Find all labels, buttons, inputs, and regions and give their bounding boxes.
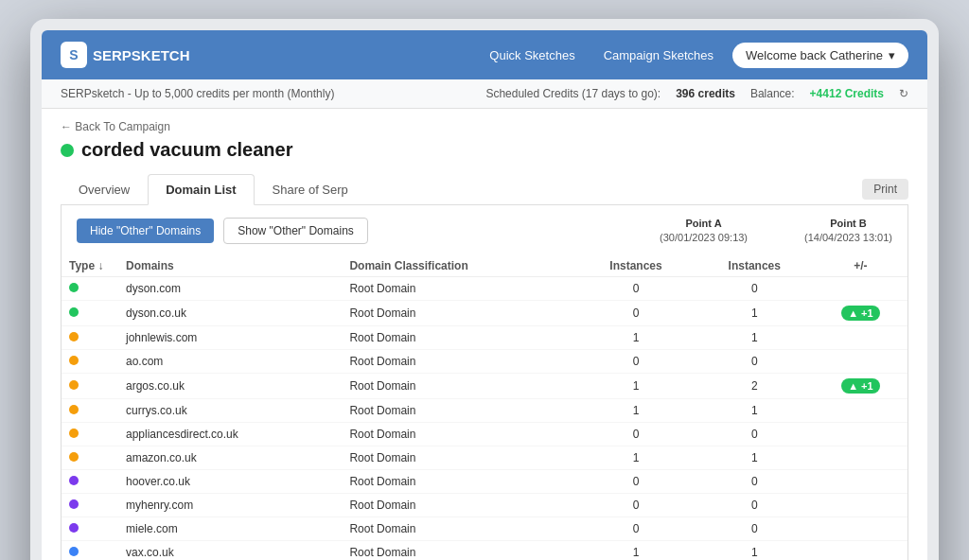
table-row: dyson.co.uk Root Domain 0 1 ▲ +1 [62, 300, 907, 325]
print-button[interactable]: Print [862, 179, 908, 200]
domain-color-dot [69, 356, 79, 365]
instances-a-cell: 0 [576, 276, 695, 300]
domain-name-cell: argos.co.uk [118, 373, 342, 398]
domain-classification-cell: Root Domain [342, 373, 576, 398]
instances-a-cell: 1 [576, 373, 695, 398]
change-cell [814, 516, 907, 540]
col-type: Type ↓ [62, 255, 118, 277]
domain-type-cell [62, 276, 118, 300]
domain-type-cell [62, 349, 118, 373]
instances-a-cell: 0 [576, 300, 695, 325]
domain-color-dot [69, 332, 79, 341]
show-other-domains-button[interactable]: Show "Other" Domains [223, 218, 368, 244]
tab-overview[interactable]: Overview [61, 174, 148, 204]
instances-b-cell: 0 [696, 349, 814, 373]
point-a-header: Point A (30/01/2023 09:13) [660, 217, 748, 246]
domain-type-cell [62, 469, 118, 493]
sub-header: SERPsketch - Up to 5,000 credits per mon… [42, 79, 927, 109]
col-instances-b: Instances [696, 255, 814, 277]
change-badge: ▲ +1 [841, 378, 880, 394]
main-content: ← Back To Campaign corded vacuum cleaner… [42, 109, 927, 560]
change-cell [814, 349, 907, 373]
quick-sketches-link[interactable]: Quick Sketches [489, 48, 574, 62]
page-title-row: corded vacuum cleaner [61, 139, 908, 161]
domain-name-cell: myhenry.com [118, 493, 342, 516]
domain-type-cell [62, 446, 118, 469]
table-row: vax.co.uk Root Domain 1 1 [62, 540, 907, 560]
domain-type-cell [62, 300, 118, 325]
domain-color-dot [69, 476, 79, 485]
domain-color-dot [69, 283, 79, 292]
domain-table: Type ↓ Domains Domain Classification Ins… [62, 255, 907, 560]
credits-info: Scheduled Credits (17 days to go): 396 c… [485, 87, 908, 100]
domain-type-cell [62, 516, 118, 540]
back-to-campaign[interactable]: ← Back To Campaign [61, 120, 908, 133]
instances-b-cell: 1 [696, 300, 814, 325]
domain-color-dot [69, 307, 79, 317]
hide-other-domains-button[interactable]: Hide "Other" Domains [77, 219, 214, 243]
domain-name-cell: miele.com [118, 516, 342, 540]
table-row: hoover.co.uk Root Domain 0 0 [62, 469, 907, 493]
domain-classification-cell: Root Domain [342, 516, 576, 540]
table-header-row: Type ↓ Domains Domain Classification Ins… [62, 255, 907, 277]
tab-domain-list[interactable]: Domain List [148, 174, 254, 205]
instances-b-cell: 1 [696, 325, 814, 349]
logo-area: S SERPSKETCH [61, 42, 470, 68]
domain-name-cell: hoover.co.uk [118, 469, 342, 493]
table-row: dyson.com Root Domain 0 0 [62, 276, 907, 300]
change-cell: ▲ +1 [814, 300, 907, 325]
instances-b-cell: 1 [696, 446, 814, 469]
refresh-icon[interactable]: ↻ [899, 87, 908, 100]
instances-a-cell: 0 [576, 422, 695, 446]
instances-a-cell: 0 [576, 469, 695, 493]
scheduled-value: 396 credits [676, 87, 735, 100]
table-row: miele.com Root Domain 0 0 [62, 516, 907, 540]
change-cell [814, 493, 907, 516]
col-classification: Domain Classification [342, 255, 576, 277]
domain-type-cell [62, 540, 118, 560]
domain-classification-cell: Root Domain [342, 446, 576, 469]
domain-name-cell: johnlewis.com [118, 325, 342, 349]
table-row: currys.co.uk Root Domain 1 1 [62, 398, 907, 422]
col-change: +/- [814, 255, 907, 277]
change-cell [814, 540, 907, 560]
instances-b-cell: 0 [696, 516, 814, 540]
change-cell [814, 446, 907, 469]
change-cell [814, 398, 907, 422]
point-headers: Point A (30/01/2023 09:13) Point B (14/0… [660, 217, 892, 246]
change-cell: ▲ +1 [814, 373, 907, 398]
instances-a-cell: 1 [576, 325, 695, 349]
domain-classification-cell: Root Domain [342, 493, 576, 516]
table-row: appliancesdirect.co.uk Root Domain 0 0 [62, 422, 907, 446]
domain-name-cell: dyson.com [118, 276, 342, 300]
instances-a-cell: 0 [576, 516, 695, 540]
domain-color-dot [69, 405, 79, 414]
nav-links: Quick Sketches Campaign Sketches [489, 48, 714, 62]
change-cell [814, 325, 907, 349]
domain-color-dot [69, 429, 79, 438]
domain-color-dot [69, 452, 79, 462]
domain-classification-cell: Root Domain [342, 422, 576, 446]
logo-text: SERPSKETCH [93, 47, 190, 63]
domain-type-cell [62, 493, 118, 516]
domain-classification-cell: Root Domain [342, 540, 576, 560]
domain-name-cell: appliancesdirect.co.uk [118, 422, 342, 446]
tab-share-of-serp[interactable]: Share of Serp [255, 174, 366, 204]
domain-classification-cell: Root Domain [342, 276, 576, 300]
domain-controls: Hide "Other" Domains Show "Other" Domain… [62, 217, 907, 255]
campaign-sketches-link[interactable]: Campaign Sketches [604, 48, 714, 62]
change-cell [814, 469, 907, 493]
user-menu-button[interactable]: Welcome back Catherine ▾ [732, 43, 908, 68]
domain-color-dot [69, 499, 79, 509]
logo-icon: S [61, 42, 87, 68]
domain-color-dot [69, 380, 79, 390]
domain-classification-cell: Root Domain [342, 300, 576, 325]
instances-b-cell: 1 [696, 398, 814, 422]
domain-type-cell [62, 398, 118, 422]
change-badge: ▲ +1 [841, 306, 880, 321]
instances-a-cell: 1 [576, 398, 695, 422]
domain-type-cell [62, 422, 118, 446]
instances-b-cell: 0 [696, 469, 814, 493]
table-row: johnlewis.com Root Domain 1 1 [62, 325, 907, 349]
domain-type-cell [62, 325, 118, 349]
